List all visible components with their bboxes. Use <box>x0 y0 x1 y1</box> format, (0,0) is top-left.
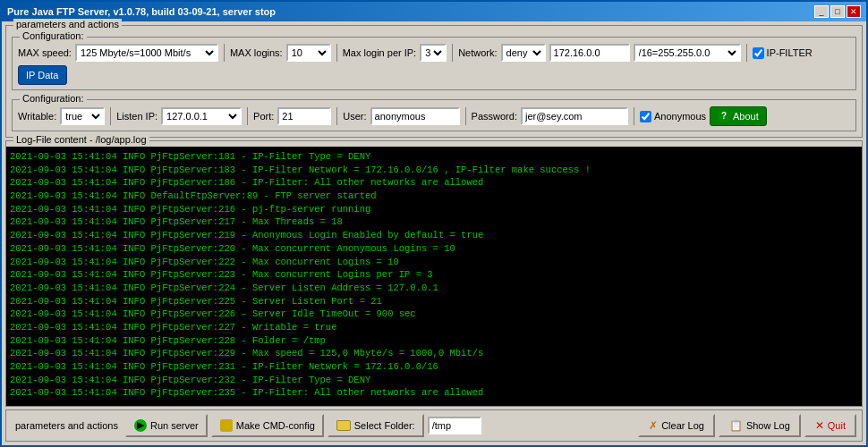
window-controls: _ □ ✕ <box>814 5 861 18</box>
network-select[interactable]: deny <box>501 44 546 62</box>
cmd-label: Make CMD-config <box>236 420 315 431</box>
about-label: About <box>733 111 759 122</box>
writable-label: Writable: <box>18 111 56 122</box>
max-logins-label: MAX logins: <box>230 47 283 58</box>
user-label: User: <box>343 111 366 122</box>
about-icon: ? <box>718 110 730 122</box>
clear-log-label: Clear Log <box>661 420 704 431</box>
top-parameters-section: parameters and actions Configuration: MA… <box>5 25 863 138</box>
close-button[interactable]: ✕ <box>847 5 861 18</box>
folder-label: Select Folder: <box>354 420 415 431</box>
log-line: 2021-09-03 15:41:04 INFO PjFtpServer:225… <box>10 295 858 308</box>
folder-path-input[interactable] <box>428 417 481 434</box>
title-bar: Pure Java FTP Server, v1.0.78, build 03-… <box>2 2 866 21</box>
log-line: 2021-09-03 15:41:04 INFO PjFtpServer:227… <box>10 321 858 334</box>
show-log-label: Show Log <box>746 420 790 431</box>
log-line: 2021-09-03 15:41:04 INFO PjFtpServer:217… <box>10 215 858 229</box>
maximize-button[interactable]: □ <box>830 5 845 18</box>
show-log-button[interactable]: 📋 Show Log <box>719 414 801 437</box>
log-line: 2021-09-03 15:41:04 INFO PjFtpServer:231… <box>10 360 858 374</box>
log-line: 2021-09-03 15:41:04 INFO PjFtpServer:224… <box>10 282 858 295</box>
quit-button[interactable]: ✕ Quit <box>804 414 856 437</box>
run-icon: ▶ <box>134 419 147 432</box>
anonymous-checkbox[interactable] <box>640 111 651 122</box>
minimize-button[interactable]: _ <box>814 5 829 18</box>
separator4 <box>746 44 747 62</box>
bottom-bar: parameters and actions ▶ Run server Make… <box>5 409 863 442</box>
port-input[interactable] <box>277 107 331 125</box>
config1-row: MAX speed: 125 Mbyte/s=1000 Mbit/s MAX l… <box>18 44 850 85</box>
log-line: 2021-09-03 15:41:04 INFO DefaultFtpServe… <box>10 190 858 203</box>
separator7 <box>336 107 337 125</box>
window-title: Pure Java FTP Server, v1.0.78, build 03-… <box>7 6 276 17</box>
separator5 <box>110 107 111 125</box>
password-label: Password: <box>472 111 517 122</box>
showlog-icon: 📋 <box>729 419 743 432</box>
main-content: parameters and actions Configuration: MA… <box>2 21 866 445</box>
mask-select[interactable]: /16=255.255.0.0 <box>634 44 741 62</box>
log-line: 2021-09-03 15:41:04 INFO PjFtpServer:181… <box>10 150 858 164</box>
anonymous-checkbox-label[interactable]: Anonymous <box>640 111 706 122</box>
log-line: 2021-09-03 15:41:04 INFO PjFtpServer:220… <box>10 242 858 256</box>
separator6 <box>247 107 248 125</box>
config2-group: Configuration: Writable: true Listen IP:… <box>12 99 856 131</box>
config2-label: Configuration: <box>20 93 87 104</box>
clear-log-button[interactable]: ✗ Clear Log <box>638 414 715 437</box>
cmd-icon <box>220 419 233 432</box>
anonymous-label: Anonymous <box>654 111 706 122</box>
log-line: 2021-09-03 15:41:04 INFO PjFtpServer:183… <box>10 164 858 177</box>
separator8 <box>465 107 466 125</box>
ip-data-button[interactable]: IP Data <box>18 65 67 85</box>
max-speed-label: MAX speed: <box>18 47 72 58</box>
separator1 <box>224 44 225 62</box>
clear-icon: ✗ <box>649 419 658 432</box>
config1-label: Configuration: <box>20 30 87 41</box>
bottom-params-label: parameters and actions <box>12 419 122 432</box>
separator9 <box>634 107 634 125</box>
ip-filter-label: IP-FILTER <box>767 47 813 58</box>
log-line: 2021-09-03 15:41:04 INFO PjFtpServer:223… <box>10 268 858 282</box>
log-section-label: Log-File content - /log/app.log <box>13 134 149 145</box>
port-label: Port: <box>253 111 274 122</box>
select-folder-button[interactable]: Select Folder: <box>328 414 424 437</box>
main-window: Pure Java FTP Server, v1.0.78, build 03-… <box>0 0 868 447</box>
config2-row: Writable: true Listen IP: 127.0.0.1 Port… <box>18 106 850 126</box>
user-input[interactable] <box>370 107 460 125</box>
max-speed-select[interactable]: 125 Mbyte/s=1000 Mbit/s <box>75 44 218 62</box>
config1-group: Configuration: MAX speed: 125 Mbyte/s=10… <box>12 37 856 90</box>
log-line: 2021-09-03 15:41:04 INFO PjFtpServer:228… <box>10 334 858 348</box>
writable-select[interactable]: true <box>60 107 105 125</box>
max-login-per-ip-label: Max login per IP: <box>343 47 417 58</box>
log-line: 2021-09-03 15:41:04 INFO PjFtpServer:216… <box>10 203 858 216</box>
ip-filter-checkbox-label[interactable]: IP-FILTER <box>753 47 813 59</box>
ip-input[interactable] <box>549 44 630 62</box>
log-line: 2021-09-03 15:41:04 INFO PjFtpServer:222… <box>10 256 858 269</box>
log-content[interactable]: 2021-09-03 15:41:04 INFO PjFtpServer:181… <box>6 147 862 406</box>
separator2 <box>336 44 337 62</box>
about-button[interactable]: ? About <box>710 106 767 126</box>
folder-icon <box>336 420 351 431</box>
log-line: 2021-09-03 15:41:04 INFO PjFtpServer:219… <box>10 229 858 242</box>
top-section-label: parameters and actions <box>13 19 122 30</box>
max-login-per-ip-select[interactable]: 3 <box>420 44 447 62</box>
network-label: Network: <box>458 47 497 58</box>
password-input[interactable] <box>521 107 628 125</box>
make-cmd-button[interactable]: Make CMD-config <box>211 414 324 437</box>
log-section: Log-File content - /log/app.log 2021-09-… <box>5 140 863 407</box>
log-line: 2021-09-03 15:41:04 INFO PjFtpServer:229… <box>10 347 858 360</box>
log-line: 2021-09-03 15:41:04 INFO PjFtpServer:235… <box>10 386 858 400</box>
log-line: 2021-09-03 15:41:04 INFO PjFtpServer:232… <box>10 374 858 387</box>
run-server-button[interactable]: ▶ Run server <box>125 414 208 437</box>
log-line: 2021-09-03 15:41:04 INFO PjFtpServer:226… <box>10 308 858 321</box>
listen-ip-select[interactable]: 127.0.0.1 <box>161 107 242 125</box>
run-label: Run server <box>150 420 199 431</box>
max-logins-select[interactable]: 10 <box>286 44 331 62</box>
ip-filter-checkbox[interactable] <box>753 47 764 59</box>
quit-icon: ✕ <box>815 419 824 432</box>
listen-ip-label: Listen IP: <box>116 111 157 122</box>
separator3 <box>452 44 453 62</box>
quit-label: Quit <box>828 420 846 431</box>
log-line: 2021-09-03 15:41:04 INFO PjFtpServer:186… <box>10 176 858 190</box>
